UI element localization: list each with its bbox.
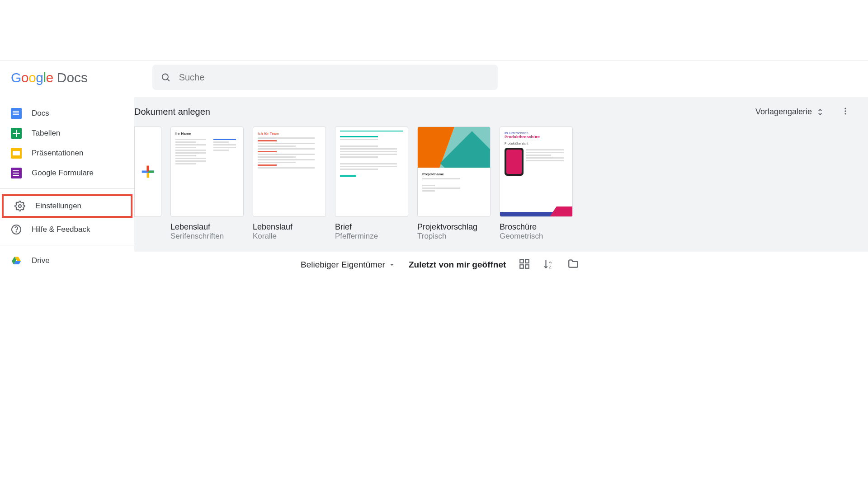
- svg-point-6: [844, 110, 846, 112]
- thumb-title: Ihr Name: [175, 131, 239, 136]
- thumb-title: Ich für Team: [258, 131, 321, 136]
- owner-filter-label: Beliebiger Eigentümer: [301, 260, 385, 270]
- owner-filter-dropdown[interactable]: Beliebiger Eigentümer: [301, 260, 396, 270]
- svg-line-4: [168, 79, 170, 81]
- template-subtitle: Serifenschriften: [170, 232, 244, 241]
- brand-logo[interactable]: Google Docs: [0, 70, 134, 85]
- highlight-annotation: Einstellungen: [2, 194, 132, 218]
- content: Dokument anlegen Vorlagengalerie Ihr Nam…: [134, 61, 868, 488]
- templates-header: Dokument anlegen Vorlagengalerie: [134, 104, 868, 119]
- search-box[interactable]: [152, 65, 498, 90]
- sort-az-icon: AZ: [543, 258, 555, 270]
- folder-icon: [567, 258, 579, 270]
- sidebar-item-label: Einstellungen: [35, 202, 81, 211]
- grid-icon: [519, 258, 530, 270]
- templates-row: Ihr Name Lebenslauf Serifenschriften Ich…: [134, 119, 868, 241]
- sidebar-item-help[interactable]: Hilfe & Feedback: [0, 220, 134, 239]
- template-thumbnail[interactable]: [335, 127, 408, 217]
- sheets-icon: [11, 128, 22, 139]
- sidebar-item-label: Google Formulare: [32, 169, 94, 178]
- svg-point-2: [16, 232, 17, 232]
- sidebar-item-label: Tabellen: [32, 129, 60, 138]
- template-subtitle: Pfefferminze: [335, 232, 408, 241]
- template-card-resume-coral: Ich für Team Lebenslauf Koralle: [253, 127, 326, 241]
- dropdown-arrow-icon: [388, 261, 396, 269]
- forms-icon: [11, 168, 22, 178]
- sidebar-item-label: Drive: [32, 256, 50, 265]
- svg-text:A: A: [549, 259, 552, 264]
- search-icon: [160, 72, 171, 83]
- app-name: Docs: [57, 70, 88, 85]
- templates-section: Dokument anlegen Vorlagengalerie Ihr Nam…: [134, 97, 868, 252]
- sidebar-item-label: Docs: [32, 109, 49, 118]
- template-card-brochure-geometric: Ihr Unternehmen Produktbroschüre Produkt…: [500, 127, 573, 241]
- google-wordmark: Google: [11, 70, 53, 85]
- template-card-resume-serif: Ihr Name Lebenslauf Serifenschriften: [170, 127, 244, 241]
- divider: [0, 245, 134, 245]
- drive-icon: [11, 255, 22, 266]
- template-thumbnail[interactable]: Ihr Unternehmen Produktbroschüre Produkt…: [500, 127, 573, 217]
- search-row: [134, 61, 868, 94]
- sidebar-item-label: Präsentationen: [32, 149, 83, 158]
- template-name: Projektvorschlag: [417, 222, 491, 232]
- gear-icon: [14, 201, 25, 211]
- help-icon: [11, 224, 22, 235]
- svg-point-0: [19, 205, 21, 207]
- slides-icon: [11, 148, 22, 159]
- template-gallery-button[interactable]: Vorlagengalerie: [750, 104, 830, 119]
- sidebar-item-settings[interactable]: Einstellungen: [4, 196, 131, 216]
- sidebar: Google Docs Docs Tabellen Präsentationen…: [0, 61, 134, 488]
- more-vert-icon: [841, 107, 850, 116]
- sidebar-item-forms[interactable]: Google Formulare: [0, 163, 134, 183]
- svg-rect-10: [520, 265, 524, 268]
- new-blank-document[interactable]: [134, 127, 161, 217]
- more-options-button[interactable]: [841, 107, 850, 117]
- thumb-title: Projektname: [422, 172, 486, 176]
- open-file-picker-button[interactable]: [567, 258, 579, 272]
- svg-text:Z: Z: [549, 264, 552, 269]
- divider: [0, 188, 134, 189]
- template-name: Lebenslauf: [253, 222, 326, 232]
- plus-icon: [139, 163, 157, 181]
- unfold-icon: [816, 108, 825, 117]
- sort-az-button[interactable]: AZ: [543, 258, 555, 272]
- templates-title: Dokument anlegen: [134, 107, 210, 117]
- svg-point-7: [844, 113, 846, 114]
- template-subtitle: Tropisch: [417, 232, 491, 241]
- sidebar-item-drive[interactable]: Drive: [0, 251, 134, 271]
- template-name: Broschüre: [500, 222, 573, 232]
- template-card-project-proposal: Projektname Projektvorschlag Tropisch: [417, 127, 491, 241]
- sort-button[interactable]: Zuletzt von mir geöffnet: [409, 260, 506, 270]
- template-subtitle: Geometrisch: [500, 232, 573, 241]
- docs-icon: [11, 108, 22, 119]
- svg-rect-9: [525, 259, 529, 263]
- main-layout: Google Docs Docs Tabellen Präsentationen…: [0, 61, 868, 488]
- sidebar-item-docs[interactable]: Docs: [0, 103, 134, 123]
- svg-point-5: [844, 108, 846, 109]
- sort-label: Zuletzt von mir geöffnet: [409, 260, 506, 269]
- svg-rect-11: [525, 265, 529, 268]
- sidebar-item-slides[interactable]: Präsentationen: [0, 143, 134, 163]
- template-gallery-label: Vorlagengalerie: [755, 107, 812, 117]
- template-thumbnail[interactable]: Projektname: [417, 127, 491, 217]
- top-whitespace: [0, 0, 868, 61]
- template-card-letter-mint: Brief Pfefferminze: [335, 127, 408, 241]
- template-subtitle: Koralle: [253, 232, 326, 241]
- template-name: Brief: [335, 222, 408, 232]
- svg-point-3: [162, 74, 168, 80]
- sidebar-item-label: Hilfe & Feedback: [32, 225, 90, 234]
- svg-rect-8: [520, 259, 524, 263]
- thumb-title: Produktbroschüre: [505, 135, 568, 139]
- list-controls: Beliebiger Eigentümer Zuletzt von mir ge…: [134, 252, 868, 278]
- grid-view-button[interactable]: [519, 258, 530, 272]
- search-input[interactable]: [179, 72, 490, 83]
- sidebar-item-sheets[interactable]: Tabellen: [0, 123, 134, 143]
- template-thumbnail[interactable]: Ich für Team: [253, 127, 326, 217]
- template-name: Lebenslauf: [170, 222, 244, 232]
- template-thumbnail[interactable]: Ihr Name: [170, 127, 244, 217]
